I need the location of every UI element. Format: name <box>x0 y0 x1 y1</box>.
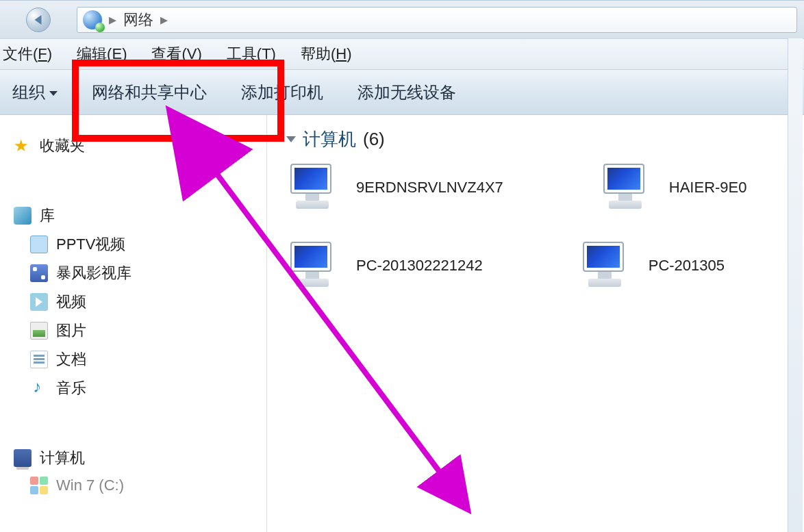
menu-file[interactable]: 文件(F) <box>3 44 52 64</box>
sidebar-favorites-label: 收藏夹 <box>40 136 85 156</box>
libraries-icon <box>14 207 32 225</box>
menu-help[interactable]: 帮助(H) <box>301 44 352 64</box>
computer-name: PC-201305 <box>649 257 725 275</box>
sidebar-item-baofeng[interactable]: 暴风影视库 <box>11 259 266 288</box>
computer-item[interactable]: HAIER-9E0 <box>599 164 747 212</box>
menu-tools-label: 工具 <box>227 45 257 62</box>
network-sharing-center-button[interactable]: 网络和共享中心 <box>92 81 207 103</box>
sidebar-item-pptv[interactable]: PPTV视频 <box>11 230 266 259</box>
breadcrumb-separator: ▸ <box>109 11 116 29</box>
computer-item[interactable]: PC-201302221242 <box>286 242 483 290</box>
breadcrumb-location[interactable]: 网络 <box>123 10 153 30</box>
menu-file-label: 文件 <box>3 45 33 62</box>
menu-help-label: 帮助 <box>301 45 331 62</box>
menu-file-mnemonic: F <box>38 45 47 62</box>
baofeng-icon <box>30 264 48 282</box>
organize-button[interactable]: 组织 <box>12 81 58 103</box>
sidebar-item-label: 音乐 <box>56 378 86 398</box>
sidebar-libraries[interactable]: 库 <box>11 201 266 230</box>
menu-edit-label: 编辑 <box>77 45 107 62</box>
menu-view[interactable]: 查看(V) <box>151 44 201 64</box>
computer-icon <box>286 242 340 290</box>
menu-help-mnemonic: H <box>336 45 347 62</box>
computer-icon <box>286 164 340 212</box>
group-count: (6) <box>363 129 385 150</box>
breadcrumb-separator: ▸ <box>160 11 168 29</box>
sidebar-item-win7[interactable]: Win 7 (C:) <box>11 472 266 498</box>
sidebar-libraries-label: 库 <box>40 205 55 226</box>
sidebar-item-videos[interactable]: 视频 <box>11 288 266 316</box>
menu-tools[interactable]: 工具(T) <box>227 44 276 64</box>
chevron-down-icon <box>49 91 58 96</box>
sidebar-favorites[interactable]: ★ 收藏夹 <box>11 131 266 160</box>
sidebar-computer[interactable]: 计算机 <box>11 444 266 472</box>
command-bar: 组织 网络和共享中心 添加打印机 添加无线设备 <box>0 70 804 115</box>
menu-edit[interactable]: 编辑(E) <box>77 44 127 64</box>
address-bar: ▸ 网络 ▸ <box>0 0 804 38</box>
vertical-scrollbar[interactable] <box>788 38 803 532</box>
add-printer-button[interactable]: 添加打印机 <box>241 81 323 103</box>
windows-icon <box>30 477 48 494</box>
sidebar-item-pictures[interactable]: 图片 <box>11 316 266 345</box>
documents-icon <box>30 351 48 368</box>
star-icon: ★ <box>14 137 32 155</box>
computer-item[interactable]: PC-201305 <box>579 242 725 290</box>
sidebar-item-label: 图片 <box>56 320 86 341</box>
menu-edit-mnemonic: E <box>112 45 122 62</box>
computer-item[interactable]: 9ERDNSRVLNVZ4X7 <box>286 164 503 212</box>
music-icon <box>30 379 48 397</box>
pictures-icon <box>30 322 48 340</box>
sidebar-item-label: PPTV视频 <box>56 234 125 255</box>
menu-view-mnemonic: V <box>187 45 197 62</box>
address-box[interactable]: ▸ 网络 ▸ <box>77 7 797 33</box>
pptv-icon <box>30 236 48 253</box>
group-label: 计算机 <box>303 127 356 151</box>
computer-icon <box>14 449 32 467</box>
computer-name: PC-201302221242 <box>356 257 483 275</box>
menu-bar: 文件(F) 编辑(E) 查看(V) 工具(T) 帮助(H) <box>0 38 804 70</box>
sidebar-item-label: Win 7 (C:) <box>56 477 124 494</box>
sidebar-item-label: 文档 <box>56 349 86 370</box>
menu-view-label: 查看 <box>151 45 181 62</box>
videos-icon <box>30 293 48 311</box>
computer-icon <box>579 242 632 290</box>
add-wireless-device-button[interactable]: 添加无线设备 <box>357 81 456 103</box>
sidebar-item-label: 视频 <box>56 292 86 312</box>
menu-tools-mnemonic: T <box>262 45 271 62</box>
organize-label: 组织 <box>12 83 45 101</box>
network-icon <box>83 10 102 29</box>
content-pane: 计算机 (6) 9ERDNSRVLNVZ4X7 HAIER-9E0 <box>267 115 804 532</box>
computer-name: HAIER-9E0 <box>669 179 747 197</box>
sidebar-item-documents[interactable]: 文档 <box>11 345 266 374</box>
nav-buttons <box>0 1 77 39</box>
sidebar-item-label: 暴风影视库 <box>56 263 131 283</box>
navigation-pane: ★ 收藏夹 库 PPTV视频 暴风影视库 视频 图片 文档 <box>0 115 267 532</box>
sidebar-computer-label: 计算机 <box>40 448 85 468</box>
sidebar-item-music[interactable]: 音乐 <box>11 374 266 403</box>
group-header-computers[interactable]: 计算机 (6) <box>286 127 804 151</box>
computer-name: 9ERDNSRVLNVZ4X7 <box>356 179 503 197</box>
chevron-down-icon <box>286 136 296 142</box>
back-button[interactable] <box>26 8 51 32</box>
computer-icon <box>599 164 653 212</box>
